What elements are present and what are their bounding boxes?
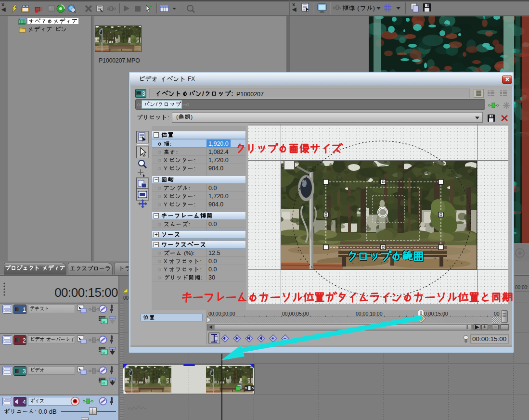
svg-text:): ) [191,114,193,120]
svg-text:): ) [373,4,375,12]
svg-text::: : [188,221,190,227]
svg-text:α: α [103,319,105,324]
svg-text:3: 3 [23,368,26,375]
svg-text::: : [232,90,233,97]
svg-text::: : [194,165,195,171]
svg-text:(: ( [176,114,178,120]
svg-text::: : [35,408,36,414]
svg-text::: : [170,141,171,147]
svg-text:(: ( [355,4,360,12]
svg-text:Y: Y [164,202,169,207]
svg-text::: : [201,275,202,280]
svg-text:X: X [164,258,169,264]
svg-text:/: / [156,101,158,107]
svg-text:α: α [103,381,105,385]
svg-text:Y: Y [164,165,169,171]
svg-text:1: 1 [23,306,26,313]
svg-text::: : [168,115,169,120]
svg-text::: : [176,149,178,155]
svg-text::: : [194,157,195,163]
svg-text:FX: FX [186,76,195,82]
svg-text::: : [188,185,190,191]
svg-text:/: / [202,90,204,97]
svg-text::: : [200,267,202,272]
svg-text:Y: Y [164,267,169,272]
svg-text:X: X [164,193,169,199]
svg-text:α: α [103,350,105,355]
svg-text:4: 4 [23,399,26,406]
svg-text:X: X [164,157,169,163]
svg-text::: : [200,258,202,264]
svg-text:(%):: (%): [182,250,194,256]
svg-text:3: 3 [142,90,145,97]
svg-text::: : [194,193,195,199]
svg-text:2: 2 [23,337,26,344]
svg-text::: : [194,202,195,207]
